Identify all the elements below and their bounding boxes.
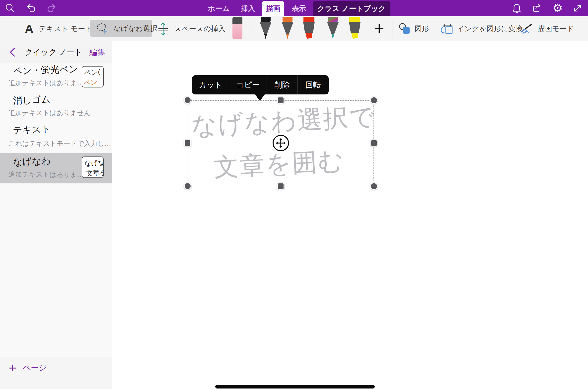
text-mode-button[interactable]: テキスト モード [39,16,92,41]
draw-mode-icon [519,23,534,36]
rotate-menu-item[interactable]: 回転 [297,75,329,94]
add-pen-button[interactable]: + [370,16,388,41]
red-highlighter-tool[interactable] [302,17,315,40]
selection-handle-top-right[interactable] [370,96,378,104]
context-menu-pointer [255,94,265,101]
page-subtitle: 追加テキストはありま… [8,78,84,87]
tab-insert[interactable]: 挿入 [238,1,258,16]
eraser-tool[interactable] [232,17,242,39]
selection-handle-bottom-left[interactable] [184,182,191,190]
selection-handle-top[interactable] [277,97,284,104]
cut-menu-item[interactable]: カット [192,75,229,94]
page-list-sidebar: クイック ノート 編集 ペン・蛍光ペン 追加テキストはありま… ペン( ペン 消… [0,41,112,389]
toolbar-divider [252,20,252,38]
sidebar-header: クイック ノート 編集 [0,41,112,63]
tab-view[interactable]: 表示 [289,1,309,16]
fullscreen-icon[interactable] [572,2,583,14]
page-row-lasso[interactable]: なげなわ 追加テキストはありま… なげな 文章を [0,153,112,183]
thumb-ink: 文章を [86,168,104,178]
page-title: テキスト [13,123,51,137]
note-canvas[interactable] [112,42,588,389]
selection-handle-left[interactable] [184,140,191,147]
shapes-button[interactable]: 図形 [415,16,429,41]
selection-context-menu: カット コピー 削除 回転 [192,75,329,94]
draw-mode-button[interactable]: 描画モード [538,16,574,41]
page-subtitle: 追加テキストはありません [8,108,91,117]
redo-icon[interactable] [46,2,57,14]
orange-pen-tool[interactable] [281,17,294,40]
settings-icon[interactable]: ⚙ [551,0,564,15]
search-icon[interactable] [4,2,16,14]
page-row-text[interactable]: テキスト これはテキストモードで入力し… [0,122,112,153]
home-indicator[interactable] [215,385,375,389]
move-selection-handle[interactable] [273,135,289,151]
toolbar-divider [224,20,224,38]
share-icon[interactable] [531,2,543,14]
notifications-icon[interactable] [511,2,522,14]
shapes-icon [399,23,411,35]
selection-handle-right[interactable] [370,140,377,147]
page-subtitle: これはテキストモードで入力し… [8,139,111,148]
selection-handle-bottom-right[interactable] [370,182,378,190]
undo-icon[interactable] [26,2,37,14]
page-thumbnail: ペン( ペン [82,66,104,87]
notebook-title: クイック ノート [25,41,82,63]
selection-handle-bottom[interactable] [277,183,284,190]
galaxy-pen-tool[interactable] [326,17,339,40]
page-title: ペン・蛍光ペン [13,63,78,78]
tab-home[interactable]: ホーム [208,1,230,16]
text-mode-icon: A [25,16,33,41]
lasso-label: なげなわ選択 [113,20,157,37]
tab-class-notebook[interactable]: クラス ノートブック [313,1,390,16]
back-chevron-icon[interactable] [9,48,15,57]
sidebar-footer: + ページ [0,357,112,389]
lasso-icon [95,22,109,35]
yellow-highlighter-tool[interactable] [348,17,361,40]
draw-toolbar: A テキスト モード なげなわ選択 スペースの挿入 [0,16,588,41]
add-page-plus-icon[interactable]: + [6,359,19,377]
thumb-ink: なげな [84,158,104,168]
delete-menu-item[interactable]: 削除 [267,75,297,94]
page-title: 消しゴム [13,93,51,107]
page-subtitle: 追加テキストはありま… [8,170,84,179]
thumb-ink: ペン [83,78,98,87]
page-title: なげなわ [13,155,51,168]
ink-to-shape-icon [439,23,454,36]
add-page-button[interactable]: ページ [23,357,46,379]
lasso-select-button[interactable]: なげなわ選択 [90,20,152,37]
titlebar: ホーム 挿入 描画 表示 クラス ノートブック ⚙ [0,0,588,16]
toolbar-divider [392,20,392,38]
page-row-pen[interactable]: ペン・蛍光ペン 追加テキストはありま… ペン( ペン [0,63,112,92]
insert-space-button[interactable]: スペースの挿入 [174,16,225,41]
copy-menu-item[interactable]: コピー [229,75,267,94]
edit-button[interactable]: 編集 [89,41,105,63]
ink-to-shape-button[interactable]: インクを図形に変換 [457,16,523,41]
selection-handle-top-left[interactable] [184,96,191,104]
thumb-ink: ペン( [84,68,101,78]
page-thumbnail: なげな 文章を [82,156,104,178]
page-row-eraser[interactable]: 消しゴム 追加テキストはありません [0,92,112,122]
onenote-draw-screen: ホーム 挿入 描画 表示 クラス ノートブック ⚙ [0,0,588,389]
black-pen-tool[interactable] [259,17,272,40]
tab-draw[interactable]: 描画 [262,1,284,16]
insert-space-icon [156,22,170,36]
